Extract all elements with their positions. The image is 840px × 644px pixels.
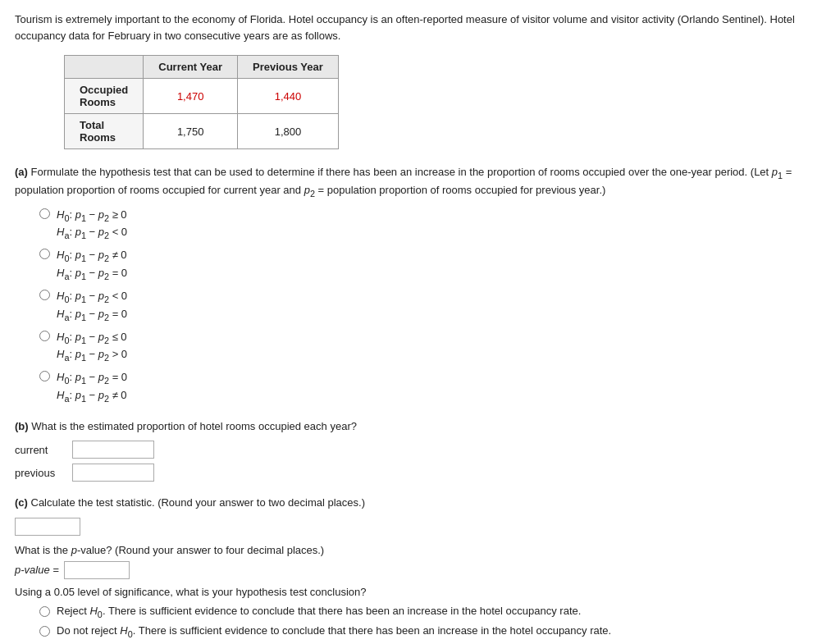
table-header-previous: Previous Year xyxy=(238,56,339,79)
table-label-occupied: OccupiedRooms xyxy=(65,79,144,114)
radio-option-4: H0: p1 − p2 ≤ 0 Ha: p1 − p2 > 0 xyxy=(39,329,825,365)
radio-option-5-text: H0: p1 − p2 = 0 Ha: p1 − p2 ≠ 0 xyxy=(57,369,127,405)
part-c-question: (c) Calculate the test statistic. (Round… xyxy=(15,495,825,511)
radio-option-4-text: H0: p1 − p2 ≤ 0 Ha: p1 − p2 > 0 xyxy=(57,329,127,365)
significance-question: Using a 0.05 level of significance, what… xyxy=(15,586,825,598)
part-b-question: (b) What is the estimated proportion of … xyxy=(15,418,825,435)
data-table: Current Year Previous Year OccupiedRooms… xyxy=(64,55,339,149)
conclusion-option-1: Reject H0. There is sufficient evidence … xyxy=(39,605,825,619)
part-a: (a) Formulate the hypothesis test that c… xyxy=(15,164,825,405)
table-row-occupied: OccupiedRooms 1,470 1,440 xyxy=(65,79,339,114)
previous-input[interactable] xyxy=(72,464,154,482)
table-row-total: TotalRooms 1,750 1,800 xyxy=(65,114,339,149)
radio-option-4-input[interactable] xyxy=(39,331,50,341)
radio-option-2-text: H0: p1 − p2 ≠ 0 Ha: p1 − p2 = 0 xyxy=(57,247,127,283)
radio-option-3: H0: p1 − p2 < 0 Ha: p1 − p2 = 0 xyxy=(39,288,825,324)
part-b-previous-row: previous xyxy=(15,464,825,482)
part-c: (c) Calculate the test statistic. (Round… xyxy=(15,495,825,644)
radio-option-5: H0: p1 − p2 = 0 Ha: p1 − p2 ≠ 0 xyxy=(39,369,825,405)
part-b: (b) What is the estimated proportion of … xyxy=(15,418,825,482)
table-header-current: Current Year xyxy=(144,56,238,79)
conclusion-options: Reject H0. There is sufficient evidence … xyxy=(39,605,825,644)
radio-option-2-input[interactable] xyxy=(39,249,50,259)
radio-option-1: H0: p1 − p2 ≥ 0 Ha: p1 − p2 < 0 xyxy=(39,207,825,243)
part-a-question: (a) Formulate the hypothesis test that c… xyxy=(15,164,825,200)
table-label-total: TotalRooms xyxy=(65,114,144,149)
pvalue-input[interactable] xyxy=(64,561,130,579)
radio-option-5-input[interactable] xyxy=(39,371,50,381)
current-label: current xyxy=(15,444,72,456)
part-b-current-row: current xyxy=(15,441,825,459)
pvalue-row: p-value = xyxy=(15,561,825,579)
table-cell-occupied-previous: 1,440 xyxy=(238,79,339,114)
previous-label: previous xyxy=(15,467,72,479)
part-a-options: H0: p1 − p2 ≥ 0 Ha: p1 − p2 < 0 H0: p1 −… xyxy=(39,207,825,405)
conclusion-text-1: Reject H0. There is sufficient evidence … xyxy=(57,605,581,619)
conclusion-radio-2[interactable] xyxy=(39,626,50,637)
intro-text: Tourism is extremely important to the ec… xyxy=(15,11,825,43)
radio-option-1-input[interactable] xyxy=(39,208,50,219)
test-stat-input[interactable] xyxy=(15,518,80,536)
pvalue-question: What is the p-value? (Round your answer … xyxy=(15,544,825,556)
radio-option-3-input[interactable] xyxy=(39,290,50,300)
table-cell-occupied-current: 1,470 xyxy=(144,79,238,114)
conclusion-text-2: Do not reject H0. There is sufficient ev… xyxy=(57,624,611,639)
pvalue-label: p-value = xyxy=(15,564,59,576)
conclusion-radio-1[interactable] xyxy=(39,606,50,617)
radio-option-2: H0: p1 − p2 ≠ 0 Ha: p1 − p2 = 0 xyxy=(39,247,825,283)
table-cell-total-previous: 1,800 xyxy=(238,114,339,149)
table-header-empty xyxy=(65,56,144,79)
conclusion-option-2: Do not reject H0. There is sufficient ev… xyxy=(39,624,825,639)
current-input[interactable] xyxy=(72,441,154,459)
radio-option-1-text: H0: p1 − p2 ≥ 0 Ha: p1 − p2 < 0 xyxy=(57,207,127,243)
table-cell-total-current: 1,750 xyxy=(144,114,238,149)
test-stat-row xyxy=(15,518,825,536)
radio-option-3-text: H0: p1 − p2 < 0 Ha: p1 − p2 = 0 xyxy=(57,288,127,324)
